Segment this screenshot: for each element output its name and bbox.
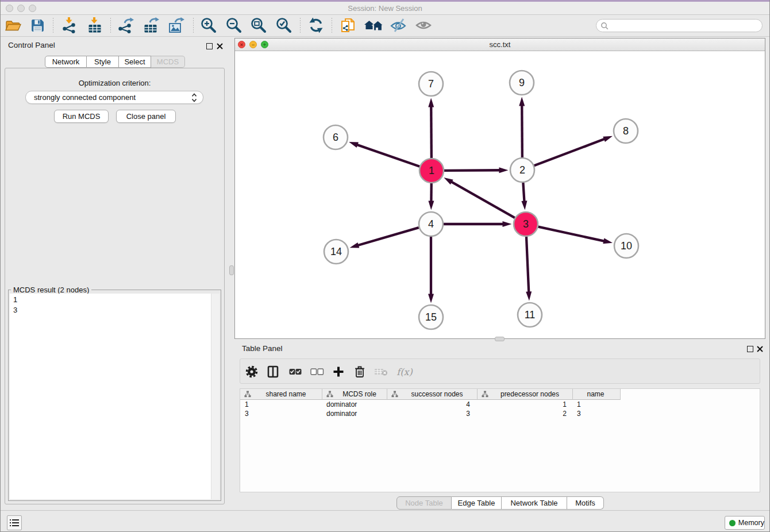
zoom-out-icon[interactable] (224, 16, 244, 35)
table-panel-float-button[interactable] (747, 346, 753, 352)
mcds-result-list[interactable]: 1 3 (10, 294, 220, 499)
node-table-header: shared name MCDS role successor nodes pr… (240, 389, 760, 400)
memory-button[interactable]: Memory (725, 516, 765, 530)
export-network-icon[interactable] (116, 16, 136, 35)
graph-node-label: 1 (429, 165, 434, 176)
column-header-name[interactable]: name (573, 389, 621, 400)
graph-edge[interactable] (522, 105, 522, 157)
table-panel-tabs: Node Table Edge Table Network Table Moti… (396, 496, 604, 510)
network-window-titlebar[interactable]: × − + scc.txt (235, 38, 765, 51)
tab-motifs[interactable]: Motifs (567, 496, 604, 510)
column-header-predecessor-nodes[interactable]: predecessor nodes (478, 389, 573, 400)
column-header-mcds-role[interactable]: MCDS role (322, 389, 387, 400)
zoom-fit-icon[interactable] (248, 16, 269, 35)
graph-edge[interactable] (356, 145, 419, 167)
graph-edge[interactable] (357, 228, 419, 245)
graph-node-label: 3 (523, 218, 529, 230)
function-builder-icon[interactable]: f(x) (393, 363, 416, 380)
zoom-in-icon[interactable] (198, 16, 219, 35)
clone-network-view-icon[interactable] (338, 16, 359, 35)
tab-network-table[interactable]: Network Table (502, 496, 567, 510)
graph-node-label: 8 (623, 125, 629, 137)
graph-node-label: 14 (330, 246, 342, 257)
table-row[interactable]: 3dominator323 (240, 409, 760, 418)
tab-node-table[interactable]: Node Table (396, 496, 452, 510)
trash-icon[interactable] (351, 363, 369, 380)
graph-node-label: 11 (525, 309, 536, 321)
node-table-body: 1dominator4113dominator323 (240, 400, 760, 418)
task-history-button[interactable] (7, 515, 22, 530)
mcds-result-line: 1 (13, 295, 220, 305)
memory-label: Memory (738, 519, 764, 527)
panel-splitter-handle[interactable] (229, 265, 234, 275)
gear-icon[interactable] (242, 363, 261, 380)
graph-node-label: 15 (425, 311, 437, 323)
table-panel-close-button[interactable] (756, 345, 764, 353)
tab-mcds[interactable]: MCDS (151, 56, 185, 68)
graph-edge[interactable] (444, 170, 500, 171)
column-type-icon (482, 391, 488, 398)
import-network-icon[interactable] (59, 16, 80, 35)
run-mcds-button[interactable]: Run MCDS (54, 110, 109, 123)
deselect-all-icon[interactable] (308, 363, 326, 380)
column-type-icon (391, 391, 398, 398)
list-icon (10, 519, 19, 527)
graph-node-label: 7 (428, 78, 434, 90)
graph-edge-arrowhead (603, 136, 613, 142)
table-cell: 3 (240, 409, 322, 418)
graph-edge-arrowhead (526, 291, 532, 300)
window-titlebar: Session: New Session (0, 2, 770, 15)
save-session-icon[interactable] (27, 16, 48, 35)
table-cell: 1 (478, 400, 573, 409)
tab-style[interactable]: Style (87, 56, 119, 68)
table-panel-title: Table Panel (242, 344, 283, 353)
memory-status-dot (729, 520, 736, 526)
window-title: Session: New Session (0, 4, 770, 13)
result-scrollbar[interactable] (211, 294, 220, 499)
close-panel-button[interactable]: Close panel (116, 110, 176, 123)
delete-column-icon[interactable] (372, 363, 390, 380)
graph-edge-arrowhead (428, 98, 434, 107)
network-graph[interactable]: 1234678910111415 (235, 51, 765, 338)
table-splitter-handle[interactable] (495, 337, 505, 341)
select-stepper-icon (191, 93, 197, 102)
graph-edge[interactable] (523, 183, 524, 202)
graph-edge[interactable] (431, 106, 432, 158)
refresh-icon[interactable] (306, 16, 326, 35)
control-panel-close-button[interactable] (216, 43, 224, 50)
show-all-icon[interactable] (363, 16, 384, 35)
mcds-result-box: MCDS result (2 nodes) 1 3 (8, 290, 221, 501)
select-all-icon[interactable] (286, 363, 305, 380)
graph-node-label: 4 (428, 218, 434, 230)
zoom-selected-icon[interactable] (274, 16, 294, 35)
table-row[interactable]: 1dominator411 (240, 400, 760, 409)
table-cell: 1 (240, 400, 322, 409)
column-header-successor-nodes[interactable]: successor nodes (387, 389, 478, 400)
column-header-shared-name[interactable]: shared name (240, 389, 322, 400)
graph-edge[interactable] (538, 227, 605, 241)
control-panel-float-button[interactable] (206, 43, 213, 49)
search-icon (600, 22, 609, 30)
search-input[interactable] (596, 19, 763, 32)
tab-edge-table[interactable]: Edge Table (452, 496, 502, 510)
graph-edge[interactable] (534, 139, 605, 166)
table-cell: 3 (387, 409, 478, 418)
column-type-icon (244, 391, 251, 398)
import-table-icon[interactable] (84, 16, 105, 35)
tab-network[interactable]: Network (45, 56, 87, 68)
add-icon[interactable] (329, 363, 348, 380)
graph-node-label: 6 (333, 132, 338, 143)
graph-edge-arrowhead (444, 178, 453, 184)
hide-selected-icon[interactable] (388, 16, 409, 35)
columns-icon[interactable] (264, 363, 282, 380)
export-table-icon[interactable] (141, 16, 161, 35)
tab-select[interactable]: Select (119, 56, 151, 68)
show-graphics-details-icon[interactable] (413, 16, 434, 35)
network-view-window: × − + scc.txt 1234678910111415 (234, 38, 765, 339)
open-session-icon[interactable] (3, 16, 24, 35)
table-cell: 4 (387, 400, 478, 409)
graph-edge[interactable] (526, 237, 529, 293)
optimization-criterion-select[interactable]: strongly connected component (25, 91, 203, 104)
export-image-icon[interactable] (166, 16, 187, 35)
graph-edge[interactable] (451, 182, 514, 218)
